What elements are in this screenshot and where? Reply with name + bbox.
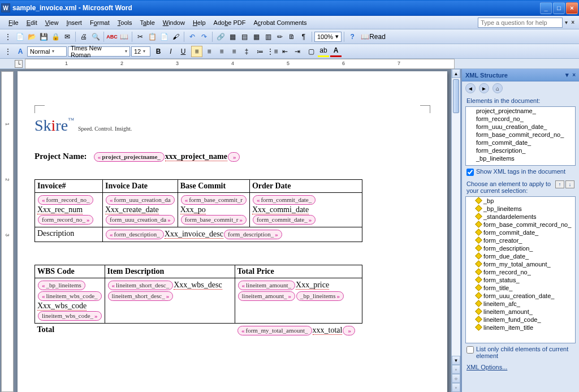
justify-button[interactable]: ≡ [228,46,240,57]
open-button[interactable]: 📂 [26,31,37,42]
xml-tag[interactable]: lineitem_wbs_code_ [38,291,102,301]
bold-button[interactable]: B [153,46,164,57]
element-item[interactable]: _bp_lineitems [466,154,575,162]
xml-options-link[interactable]: XML Options... [462,361,579,373]
xml-tag[interactable]: lineitem_short_desc_ [108,281,174,290]
xml-tag[interactable]: form_my_total_amount_ [237,326,312,335]
selection-item[interactable]: form_status_ [466,276,575,284]
cell-wbs-code[interactable]: _bp_lineitems lineitem_wbs_code_ Xxx_wbs… [35,278,105,324]
paste-button[interactable]: 📄 [158,31,170,42]
elements-list[interactable]: project_projectname_form_record_no_form_… [465,106,576,166]
scroll-thumb[interactable] [453,79,459,113]
xml-tag-projectname-close[interactable] [228,152,240,162]
selection-item[interactable]: form_uuu_creation_date_ [466,292,575,300]
new-button[interactable]: 📄 [14,31,25,42]
xml-tag[interactable]: form_commit_date_ [253,195,316,205]
menu-edit[interactable]: Edit [23,18,41,28]
decrease-indent-button[interactable]: ⇤ [279,46,291,57]
xml-tag-projectname-open[interactable]: project_projectname_ [94,152,165,162]
element-item[interactable]: project_projectname_ [466,107,575,115]
align-center-button[interactable]: ≡ [204,46,215,57]
list-only-checkbox[interactable]: List only child elements of current elem… [462,343,579,361]
element-item[interactable]: form_uuu_creation_date_ [466,123,575,131]
format-painter-button[interactable]: 🖌 [170,31,182,42]
show-tags-checkbox[interactable]: Show XML tags in the document [462,166,579,178]
move-down-button[interactable]: ↓ [565,180,574,188]
save-button[interactable]: 💾 [38,31,49,42]
selection-item[interactable]: lineitem_afc_ [466,300,575,308]
maximize-button[interactable]: □ [553,2,565,14]
menu-file[interactable]: File [5,18,23,28]
align-right-button[interactable]: ≡ [216,46,227,57]
bullets-button[interactable]: ⋮≡ [267,46,278,57]
taskpane-dropdown-icon[interactable]: ▾ [565,71,569,79]
xml-tag[interactable]: form_record_no_ [38,215,93,225]
list-only-input[interactable] [466,346,474,354]
selection-list[interactable]: _bp_bp_lineitems_standardelementsform_ba… [465,196,576,343]
tab-selector[interactable]: └ [15,60,23,68]
doc-map-button[interactable]: 🗎 [286,31,297,42]
selection-item[interactable]: lineitem_fund_code_ [466,316,575,324]
move-up-button[interactable]: ↑ [555,180,564,188]
element-item[interactable]: form_base_commit_record_no_ [466,131,575,139]
selection-item[interactable]: form_base_commit_record_no_ [466,221,575,229]
style-combo[interactable]: Normal▾ [27,46,67,57]
vertical-ruler[interactable]: 1 2 3 [1,71,14,392]
xml-tag[interactable]: _bp_lineitems [38,281,85,290]
xml-tag[interactable]: form_base_commit_r [181,195,247,205]
xml-tag[interactable]: form_uuu_creation_da [106,215,175,225]
xml-tag[interactable]: lineitem_amount_ [238,291,296,301]
selection-item[interactable]: lineitem_amount_ [466,308,575,316]
scroll-down-button[interactable]: ▼ [452,356,460,365]
menu-format[interactable]: Format [86,18,114,28]
next-page-button[interactable]: ◦ [452,383,460,392]
minimize-button[interactable]: _ [540,2,552,14]
read-button[interactable]: 📖 Read [358,31,388,42]
help-dropdown-icon[interactable]: ▾ [565,19,568,25]
xml-tag[interactable]: form_description_ [106,230,164,239]
numbering-button[interactable]: ≔ [254,46,266,57]
underline-button[interactable]: U [178,46,189,57]
research-button[interactable]: 📖 [118,31,129,42]
help-button[interactable]: ? [347,31,358,42]
xml-tag[interactable]: form_record_no_ [38,195,93,205]
selection-item[interactable]: form_commit_date_ [466,229,575,236]
columns-button[interactable]: ▥ [262,31,274,42]
xml-tag[interactable]: form_description_ [224,230,282,239]
selection-item[interactable]: form_title_ [466,284,575,292]
show-tags-input[interactable] [466,169,474,176]
copy-button[interactable]: 📋 [146,31,158,42]
selection-item[interactable]: form_description_ [466,244,575,252]
align-left-button[interactable]: ≡ [191,46,202,57]
element-item[interactable]: form_commit_date_ [466,139,575,147]
highlight-button[interactable]: ab [318,46,329,57]
selection-item[interactable]: form_due_date_ [466,252,575,260]
borders-button[interactable]: ▢ [305,46,317,57]
insert-table-button[interactable]: ▤ [239,31,250,42]
cell-description[interactable]: form_description_Xxx_invoice_descform_de… [103,227,362,242]
drawing-button[interactable]: ✏ [274,31,286,42]
element-item[interactable]: form_description_ [466,147,575,154]
selection-item[interactable]: _standardelements [466,213,575,221]
undo-button[interactable]: ↶ [187,31,198,42]
ruler-scale[interactable]: 1 2 3 4 5 6 7 [25,59,455,69]
tables-borders-button[interactable]: ▦ [227,31,238,42]
menu-insert[interactable]: Insert [62,18,86,28]
horizontal-ruler[interactable]: └ 1 2 3 4 5 6 7 [0,59,579,69]
home-button[interactable]: ⌂ [492,83,503,93]
hyperlink-button[interactable]: 🔗 [215,31,226,42]
doc-close-button[interactable]: × [571,19,574,25]
cell-grand-total[interactable]: form_my_total_amount_xxx_total [235,324,362,338]
help-search-input[interactable] [478,18,563,28]
line-spacing-button[interactable]: ‡ [241,46,252,57]
increase-indent-button[interactable]: ⇥ [292,46,303,57]
xml-tag[interactable]: lineitem_wbs_code_ [38,311,102,321]
show-hide-button[interactable]: ¶ [298,31,309,42]
print-button[interactable]: 🖨 [78,31,89,42]
font-combo[interactable]: Times New Roman▾ [68,46,130,57]
close-button[interactable]: × [566,2,578,14]
menu-help[interactable]: Help [189,18,210,28]
print-preview-button[interactable]: 🔍 [90,31,101,42]
forward-button[interactable]: ► [479,83,489,93]
email-button[interactable]: ✉ [62,31,73,42]
